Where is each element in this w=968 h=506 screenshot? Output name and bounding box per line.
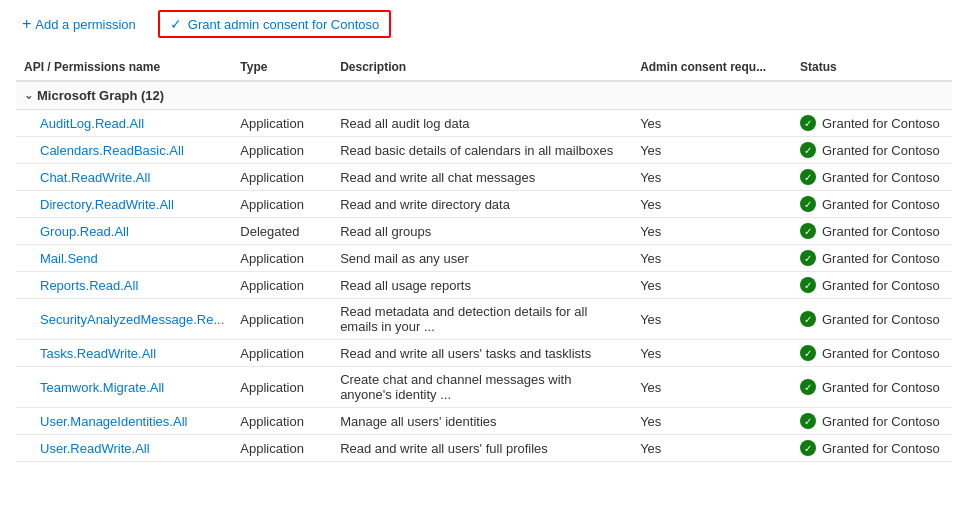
granted-icon: ✓ — [800, 169, 816, 185]
granted-text: Granted for Contoso — [822, 414, 940, 429]
granted-icon: ✓ — [800, 440, 816, 456]
grant-consent-button[interactable]: ✓ Grant admin consent for Contoso — [158, 10, 392, 38]
group-name: Microsoft Graph (12) — [37, 88, 164, 103]
permissions-table: API / Permissions name Type Description … — [16, 54, 952, 462]
permission-status: ✓Granted for Contoso — [792, 340, 952, 367]
permission-description: Read and write all users' tasks and task… — [332, 340, 632, 367]
permission-admin-consent: Yes — [632, 340, 792, 367]
table-row: User.ReadWrite.AllApplicationRead and wr… — [16, 435, 952, 462]
granted-icon: ✓ — [800, 413, 816, 429]
permission-admin-consent: Yes — [632, 191, 792, 218]
permission-description: Read all audit log data — [332, 110, 632, 137]
permission-status: ✓Granted for Contoso — [792, 191, 952, 218]
granted-text: Granted for Contoso — [822, 380, 940, 395]
col-header-status: Status — [792, 54, 952, 81]
permission-type: Application — [232, 245, 332, 272]
permission-admin-consent: Yes — [632, 218, 792, 245]
permission-type: Application — [232, 367, 332, 408]
granted-text: Granted for Contoso — [822, 170, 940, 185]
add-permission-label: Add a permission — [35, 17, 135, 32]
permission-type: Application — [232, 137, 332, 164]
permission-name-link[interactable]: Group.Read.All — [40, 224, 129, 239]
group-row-cell: ⌄ Microsoft Graph (12) — [16, 81, 952, 110]
table-row: Teamwork.Migrate.AllApplicationCreate ch… — [16, 367, 952, 408]
permission-name-link[interactable]: Chat.ReadWrite.All — [40, 170, 150, 185]
permission-admin-consent: Yes — [632, 272, 792, 299]
granted-icon: ✓ — [800, 142, 816, 158]
permission-status: ✓Granted for Contoso — [792, 435, 952, 462]
granted-icon: ✓ — [800, 379, 816, 395]
granted-text: Granted for Contoso — [822, 251, 940, 266]
permission-status: ✓Granted for Contoso — [792, 245, 952, 272]
permission-type: Delegated — [232, 218, 332, 245]
group-row: ⌄ Microsoft Graph (12) — [16, 81, 952, 110]
permission-name-link[interactable]: SecurityAnalyzedMessage.Re... — [40, 312, 224, 327]
granted-icon: ✓ — [800, 277, 816, 293]
permission-description: Read all groups — [332, 218, 632, 245]
permission-name-link[interactable]: AuditLog.Read.All — [40, 116, 144, 131]
granted-text: Granted for Contoso — [822, 312, 940, 327]
permission-description: Create chat and channel messages with an… — [332, 367, 632, 408]
permission-status: ✓Granted for Contoso — [792, 218, 952, 245]
permission-admin-consent: Yes — [632, 435, 792, 462]
table-row: Directory.ReadWrite.AllApplicationRead a… — [16, 191, 952, 218]
permission-status: ✓Granted for Contoso — [792, 272, 952, 299]
granted-icon: ✓ — [800, 311, 816, 327]
permission-type: Application — [232, 299, 332, 340]
permission-admin-consent: Yes — [632, 245, 792, 272]
table-row: SecurityAnalyzedMessage.Re...Application… — [16, 299, 952, 340]
permission-description: Manage all users' identities — [332, 408, 632, 435]
permission-status: ✓Granted for Contoso — [792, 299, 952, 340]
permission-type: Application — [232, 340, 332, 367]
checkmark-icon: ✓ — [170, 16, 182, 32]
permission-name-link[interactable]: Reports.Read.All — [40, 278, 138, 293]
granted-icon: ✓ — [800, 250, 816, 266]
permission-description: Send mail as any user — [332, 245, 632, 272]
permission-description: Read and write all users' full profiles — [332, 435, 632, 462]
table-row: Group.Read.AllDelegatedRead all groupsYe… — [16, 218, 952, 245]
table-row: Tasks.ReadWrite.AllApplicationRead and w… — [16, 340, 952, 367]
permission-admin-consent: Yes — [632, 408, 792, 435]
permission-description: Read and write directory data — [332, 191, 632, 218]
table-row: AuditLog.Read.AllApplicationRead all aud… — [16, 110, 952, 137]
col-header-type: Type — [232, 54, 332, 81]
plus-icon: + — [22, 15, 31, 33]
permission-status: ✓Granted for Contoso — [792, 137, 952, 164]
toolbar: + Add a permission ✓ Grant admin consent… — [16, 10, 952, 38]
permission-name-link[interactable]: Mail.Send — [40, 251, 98, 266]
grant-consent-label: Grant admin consent for Contoso — [188, 17, 380, 32]
permission-type: Application — [232, 191, 332, 218]
col-header-admin-consent: Admin consent requ... — [632, 54, 792, 81]
granted-text: Granted for Contoso — [822, 143, 940, 158]
permission-name-link[interactable]: Calendars.ReadBasic.All — [40, 143, 184, 158]
permission-name-link[interactable]: User.ManageIdentities.All — [40, 414, 187, 429]
permission-type: Application — [232, 408, 332, 435]
permission-admin-consent: Yes — [632, 367, 792, 408]
table-row: Calendars.ReadBasic.AllApplicationRead b… — [16, 137, 952, 164]
table-body: ⌄ Microsoft Graph (12) AuditLog.Read.All… — [16, 81, 952, 462]
permission-name-link[interactable]: Teamwork.Migrate.All — [40, 380, 164, 395]
granted-icon: ✓ — [800, 223, 816, 239]
permission-name-link[interactable]: User.ReadWrite.All — [40, 441, 150, 456]
permission-name-link[interactable]: Tasks.ReadWrite.All — [40, 346, 156, 361]
permission-type: Application — [232, 272, 332, 299]
col-header-description: Description — [332, 54, 632, 81]
table-row: User.ManageIdentities.AllApplicationMana… — [16, 408, 952, 435]
table-row: Reports.Read.AllApplicationRead all usag… — [16, 272, 952, 299]
permission-status: ✓Granted for Contoso — [792, 164, 952, 191]
permission-type: Application — [232, 164, 332, 191]
permission-admin-consent: Yes — [632, 110, 792, 137]
permission-admin-consent: Yes — [632, 299, 792, 340]
col-header-name: API / Permissions name — [16, 54, 232, 81]
permission-type: Application — [232, 110, 332, 137]
granted-icon: ✓ — [800, 345, 816, 361]
table-row: Chat.ReadWrite.AllApplicationRead and wr… — [16, 164, 952, 191]
permission-type: Application — [232, 435, 332, 462]
permission-description: Read and write all chat messages — [332, 164, 632, 191]
permission-description: Read all usage reports — [332, 272, 632, 299]
chevron-down-icon[interactable]: ⌄ — [24, 89, 33, 102]
granted-text: Granted for Contoso — [822, 346, 940, 361]
add-permission-button[interactable]: + Add a permission — [16, 11, 142, 37]
permission-status: ✓Granted for Contoso — [792, 110, 952, 137]
permission-name-link[interactable]: Directory.ReadWrite.All — [40, 197, 174, 212]
